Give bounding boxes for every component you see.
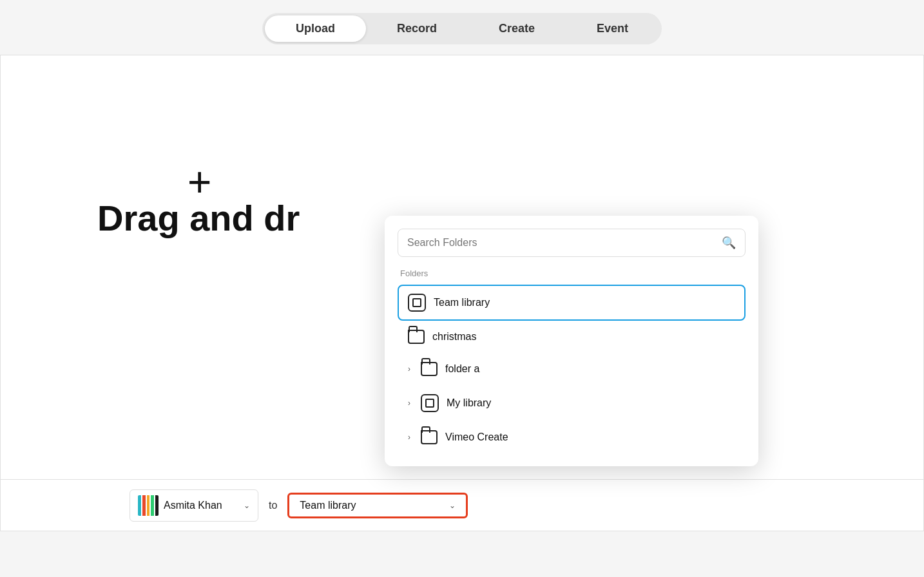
tab-event[interactable]: Event bbox=[566, 15, 659, 42]
folder-dropdown-panel: 🔍 Folders Team library christmas › folde… bbox=[385, 216, 758, 466]
search-folders-box[interactable]: 🔍 bbox=[398, 229, 746, 257]
search-folders-input[interactable] bbox=[407, 237, 722, 249]
folder-name-vimeo-create: Vimeo Create bbox=[445, 431, 508, 443]
to-label: to bbox=[269, 500, 277, 511]
folder-name-my-library: My library bbox=[447, 397, 491, 409]
user-avatar bbox=[138, 495, 159, 516]
folder-icon-vimeo-create bbox=[421, 430, 438, 444]
drag-drop-text: Drag and dr bbox=[97, 197, 300, 239]
user-selector[interactable]: Asmita Khan ⌄ bbox=[130, 489, 258, 522]
folder-name-team-library: Team library bbox=[434, 297, 490, 308]
bottom-bar: Asmita Khan ⌄ to Team library ⌄ bbox=[1, 479, 923, 531]
search-icon: 🔍 bbox=[722, 236, 736, 250]
folder-item-my-library[interactable]: › My library bbox=[398, 385, 746, 421]
avatar-stripe-3 bbox=[147, 495, 150, 516]
tab-create[interactable]: Create bbox=[468, 15, 566, 42]
team-library-icon-my bbox=[421, 394, 439, 412]
folder-item-team-library[interactable]: Team library bbox=[398, 285, 746, 321]
chevron-right-icon-my-library: › bbox=[408, 399, 410, 408]
tab-record[interactable]: Record bbox=[366, 15, 468, 42]
folder-icon-christmas bbox=[408, 330, 425, 344]
folder-chevron-down-icon: ⌄ bbox=[449, 501, 456, 510]
folder-name-folder-a: folder a bbox=[445, 363, 479, 375]
avatar-stripe-5 bbox=[155, 495, 159, 516]
folders-label: Folders bbox=[398, 269, 746, 278]
folder-item-vimeo-create[interactable]: › Vimeo Create bbox=[398, 421, 746, 453]
avatar-stripe-1 bbox=[138, 495, 141, 516]
top-nav: Upload Record Create Event bbox=[0, 0, 924, 55]
avatar-stripe-2 bbox=[142, 495, 146, 516]
tab-upload[interactable]: Upload bbox=[265, 15, 366, 42]
chevron-right-icon-vimeo-create: › bbox=[408, 433, 410, 442]
folder-name-christmas: christmas bbox=[432, 331, 476, 343]
avatar-stripe-4 bbox=[151, 495, 154, 516]
nav-tabs: Upload Record Create Event bbox=[262, 13, 662, 44]
user-name: Asmita Khan bbox=[164, 500, 238, 511]
folder-selector-wrapper: Team library ⌄ bbox=[287, 493, 468, 518]
folder-selector[interactable]: Team library ⌄ bbox=[287, 493, 468, 518]
selected-folder-text: Team library bbox=[300, 500, 356, 511]
team-library-icon bbox=[408, 294, 426, 312]
main-content: + Drag and dr 🔍 Folders Team library chr… bbox=[0, 55, 924, 531]
folder-item-christmas[interactable]: christmas bbox=[398, 321, 746, 353]
folder-icon-folder-a bbox=[421, 362, 438, 376]
folder-item-folder-a[interactable]: › folder a bbox=[398, 353, 746, 385]
chevron-right-icon-folder-a: › bbox=[408, 364, 410, 374]
user-chevron-down-icon: ⌄ bbox=[244, 501, 250, 510]
